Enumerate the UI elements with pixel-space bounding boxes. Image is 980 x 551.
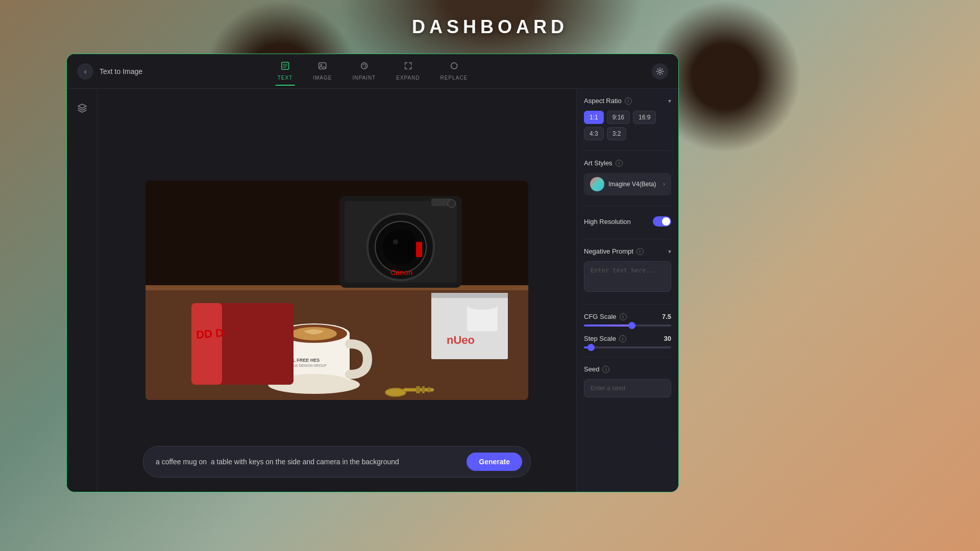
seed-header: Seed i bbox=[584, 365, 671, 373]
main-content: Canon nUeo bbox=[97, 89, 576, 492]
high-resolution-section: High Resolution bbox=[584, 214, 671, 229]
sidebar-layers-icon[interactable] bbox=[73, 99, 91, 117]
negative-prompt-header: Negative Prompt i ▾ bbox=[584, 247, 671, 255]
tab-text[interactable]: TEXT bbox=[276, 57, 295, 86]
cfg-scale-track[interactable] bbox=[584, 324, 671, 327]
high-resolution-toggle[interactable] bbox=[653, 216, 671, 227]
ratio-1-1[interactable]: 1:1 bbox=[584, 111, 604, 124]
divider-5 bbox=[584, 357, 671, 357]
svg-rect-19 bbox=[431, 293, 508, 298]
prompt-bar: Generate bbox=[143, 446, 531, 478]
aspect-ratio-section: Aspect Ratio i ▾ 1:1 9:16 16:9 4:3 3:2 bbox=[584, 97, 671, 140]
inpaint-tab-icon bbox=[359, 61, 369, 73]
tab-replace[interactable]: REPLACE bbox=[438, 57, 470, 86]
prompt-input[interactable] bbox=[156, 458, 460, 466]
text-tab-icon bbox=[280, 61, 289, 73]
step-scale-thumb[interactable] bbox=[587, 344, 595, 351]
tab-image[interactable]: IMAGE bbox=[311, 57, 334, 86]
toggle-knob bbox=[662, 217, 670, 226]
negative-prompt-chevron[interactable]: ▾ bbox=[668, 248, 671, 255]
ratio-grid: 1:1 9:16 16:9 4:3 3:2 bbox=[584, 111, 671, 140]
negative-prompt-section: Negative Prompt i ▾ bbox=[584, 247, 671, 294]
svg-point-2 bbox=[321, 64, 322, 66]
tab-expand[interactable]: EXPAND bbox=[394, 57, 422, 86]
divider-2 bbox=[584, 206, 671, 206]
cfg-scale-value: 7.5 bbox=[662, 313, 671, 320]
high-resolution-row: High Resolution bbox=[584, 214, 671, 229]
art-styles-info[interactable]: i bbox=[616, 160, 623, 167]
art-styles-title: Art Styles i bbox=[584, 159, 623, 167]
divider-4 bbox=[584, 304, 671, 305]
art-styles-header: Art Styles i bbox=[584, 159, 671, 167]
negative-prompt-info[interactable]: i bbox=[636, 248, 644, 255]
settings-button[interactable] bbox=[652, 63, 668, 80]
divider-3 bbox=[584, 239, 671, 239]
svg-point-4 bbox=[659, 70, 662, 72]
generate-button[interactable]: Generate bbox=[467, 453, 522, 471]
svg-rect-31 bbox=[416, 386, 420, 393]
text-tab-label: TEXT bbox=[278, 75, 293, 81]
tab-inpaint[interactable]: INPAINT bbox=[351, 57, 378, 86]
cfg-scale-title: CFG Scale i bbox=[584, 313, 627, 320]
main-card: ‹ Text to Image TEXT bbox=[66, 54, 679, 492]
art-style-chevron-icon: › bbox=[663, 181, 665, 188]
step-scale-track[interactable] bbox=[584, 346, 671, 348]
svg-text:DD D: DD D bbox=[195, 326, 224, 341]
image-tab-icon bbox=[318, 61, 327, 73]
seed-input[interactable] bbox=[584, 379, 671, 397]
svg-point-13 bbox=[393, 239, 398, 244]
expand-tab-label: EXPAND bbox=[396, 75, 420, 81]
cfg-scale-fill bbox=[584, 324, 632, 327]
aspect-ratio-chevron[interactable]: ▾ bbox=[668, 97, 671, 105]
svg-text:Canon: Canon bbox=[390, 268, 413, 277]
cfg-scale-info[interactable]: i bbox=[620, 313, 627, 320]
step-scale-header: Step Scale i 30 bbox=[584, 335, 671, 342]
svg-rect-33 bbox=[428, 387, 430, 392]
seed-title: Seed i bbox=[584, 365, 609, 373]
ratio-9-16[interactable]: 9:16 bbox=[607, 111, 630, 124]
right-panel: Aspect Ratio i ▾ 1:1 9:16 16:9 4:3 3:2 bbox=[576, 89, 678, 492]
header-title: Text to Image bbox=[100, 67, 142, 76]
svg-point-12 bbox=[383, 229, 419, 265]
art-style-name: Imagine V4(Beta) bbox=[608, 181, 656, 188]
seed-section: Seed i bbox=[584, 365, 671, 397]
step-scale-title: Step Scale i bbox=[584, 335, 626, 342]
generated-image: Canon nUeo bbox=[145, 181, 528, 400]
ratio-4-3[interactable]: 4:3 bbox=[584, 127, 604, 140]
ratio-3-2[interactable]: 3:2 bbox=[607, 127, 627, 140]
sidebar bbox=[67, 89, 97, 492]
aspect-ratio-header: Aspect Ratio i ▾ bbox=[584, 97, 671, 105]
replace-tab-icon bbox=[449, 61, 458, 73]
art-style-selector[interactable]: Imagine V4(Beta) › bbox=[584, 173, 671, 195]
art-style-left: Imagine V4(Beta) bbox=[590, 177, 656, 191]
negative-prompt-input[interactable] bbox=[584, 261, 671, 292]
svg-point-16 bbox=[448, 199, 456, 208]
seed-info[interactable]: i bbox=[602, 366, 609, 373]
high-resolution-label: High Resolution bbox=[584, 218, 631, 226]
aspect-ratio-title: Aspect Ratio i bbox=[584, 97, 632, 105]
back-button[interactable]: ‹ bbox=[77, 63, 93, 80]
svg-rect-32 bbox=[422, 386, 425, 393]
svg-rect-17 bbox=[416, 242, 422, 257]
cfg-scale-thumb[interactable] bbox=[628, 322, 635, 329]
nav-tabs: TEXT IMAGE bbox=[276, 57, 470, 86]
inpaint-tab-label: INPAINT bbox=[353, 75, 376, 81]
svg-point-29 bbox=[385, 388, 406, 396]
step-scale-info[interactable]: i bbox=[619, 335, 626, 342]
divider-1 bbox=[584, 151, 671, 151]
svg-rect-7 bbox=[145, 181, 528, 285]
svg-rect-35 bbox=[191, 303, 222, 385]
art-style-thumbnail bbox=[590, 177, 604, 191]
expand-tab-icon bbox=[403, 61, 412, 73]
image-tab-label: IMAGE bbox=[313, 75, 332, 81]
ratio-16-9[interactable]: 16:9 bbox=[633, 111, 656, 124]
svg-point-39 bbox=[467, 302, 498, 310]
svg-point-3 bbox=[361, 63, 367, 69]
cfg-scale-header: CFG Scale i 7.5 bbox=[584, 313, 671, 320]
aspect-ratio-info[interactable]: i bbox=[625, 97, 632, 105]
replace-tab-label: REPLACE bbox=[440, 75, 468, 81]
svg-text:nUeo: nUeo bbox=[447, 334, 475, 346]
negative-prompt-title: Negative Prompt i bbox=[584, 247, 644, 255]
step-scale-section: Step Scale i 30 bbox=[584, 335, 671, 348]
cfg-scale-section: CFG Scale i 7.5 bbox=[584, 313, 671, 327]
